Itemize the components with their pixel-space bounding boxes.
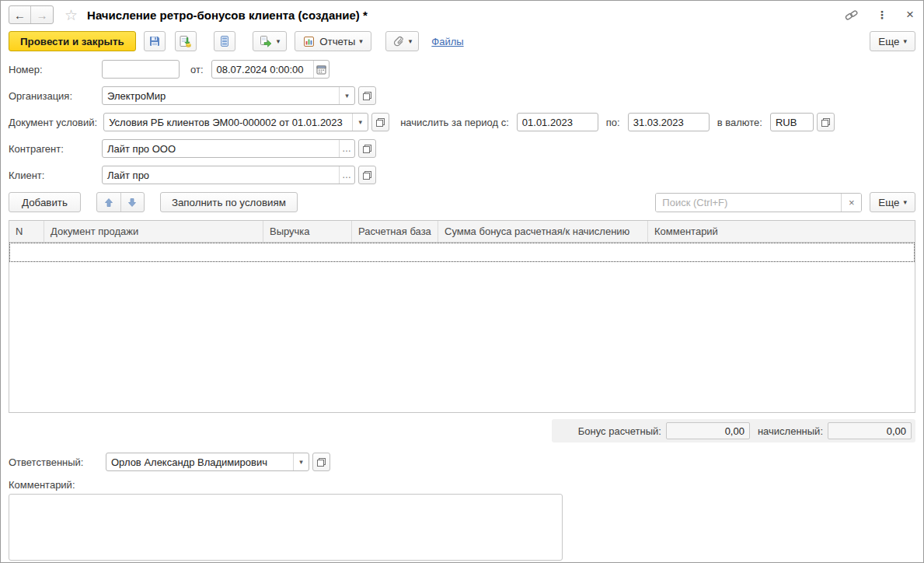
client-row: Клиент: Лайт про … bbox=[9, 166, 915, 184]
toolbar: Провести и закрыть ▾ От bbox=[1, 29, 923, 54]
client-value: Лайт про bbox=[103, 170, 339, 181]
terms-doc-field[interactable]: Условия РБ клиентов ЭМ00-000002 от 01.01… bbox=[103, 113, 368, 131]
link-icon[interactable] bbox=[845, 9, 858, 22]
form-more-button[interactable]: Еще ▾ bbox=[870, 31, 915, 51]
client-field[interactable]: Лайт про … bbox=[102, 166, 355, 184]
table-body[interactable] bbox=[9, 243, 915, 413]
move-down-button[interactable] bbox=[120, 193, 144, 212]
period-from-input[interactable] bbox=[517, 113, 598, 131]
back-button[interactable]: ← bbox=[9, 6, 31, 23]
counterparty-open-button[interactable] bbox=[358, 139, 376, 158]
organization-value: ЭлектроМир bbox=[103, 90, 339, 102]
choose-ellipsis-icon[interactable]: … bbox=[339, 166, 354, 184]
table-more-button[interactable]: Еще ▾ bbox=[870, 192, 915, 212]
date-value: 08.07.2024 0:00:00 bbox=[212, 64, 313, 75]
post-and-close-button[interactable]: Провести и закрыть bbox=[9, 31, 136, 51]
titlebar: ← → ☆ Начисление ретро-бонусов клиента (… bbox=[1, 1, 923, 29]
window-controls: ⋮ × bbox=[845, 7, 914, 23]
col-header-n[interactable]: N bbox=[9, 221, 44, 242]
move-up-button[interactable] bbox=[97, 193, 120, 212]
responsible-open-button[interactable] bbox=[312, 453, 330, 471]
date-label: от: bbox=[190, 64, 204, 75]
forward-icon: → bbox=[37, 9, 48, 21]
attachments-button[interactable]: ▾ bbox=[385, 31, 420, 51]
search-clear-icon[interactable]: × bbox=[841, 194, 861, 212]
reports-icon bbox=[303, 36, 315, 47]
kebab-menu-icon[interactable]: ⋮ bbox=[877, 9, 887, 21]
col-header-bonus-amount[interactable]: Сумма бонуса расчетная/к начислению bbox=[438, 221, 648, 242]
terms-doc-label: Документ условий: bbox=[9, 117, 97, 128]
favorite-star-icon[interactable]: ☆ bbox=[65, 6, 78, 24]
client-label: Клиент: bbox=[9, 170, 102, 181]
open-icon bbox=[363, 145, 371, 153]
col-header-revenue[interactable]: Выручка bbox=[263, 221, 352, 242]
counterparty-field[interactable]: Лайт про ООО … bbox=[102, 139, 355, 158]
date-field[interactable]: 08.07.2024 0:00:00 bbox=[211, 60, 330, 79]
add-row-button[interactable]: Добавить bbox=[9, 192, 81, 212]
period-to-input[interactable] bbox=[628, 113, 710, 131]
terms-doc-open-button[interactable] bbox=[371, 113, 389, 131]
open-icon bbox=[363, 92, 371, 100]
col-header-comment[interactable]: Комментарий bbox=[648, 221, 915, 242]
responsible-field[interactable]: Орлов Александр Владимирович ▾ bbox=[106, 453, 309, 471]
register-records-icon bbox=[219, 35, 230, 47]
create-based-on-button[interactable]: ▾ bbox=[253, 31, 288, 51]
table-row[interactable] bbox=[9, 243, 915, 262]
counterparty-label: Контрагент: bbox=[9, 143, 102, 155]
paperclip-icon bbox=[392, 35, 405, 47]
organization-open-button[interactable] bbox=[358, 86, 376, 105]
period-from-label: начислить за период с: bbox=[400, 117, 509, 128]
back-icon: ← bbox=[14, 9, 26, 21]
choose-ellipsis-icon[interactable]: … bbox=[339, 140, 354, 157]
fill-by-terms-button[interactable]: Заполнить по условиям bbox=[160, 192, 298, 212]
save-icon bbox=[148, 35, 161, 47]
responsible-value: Орлов Александр Владимирович bbox=[106, 456, 293, 468]
reports-label: Отчеты bbox=[319, 36, 355, 47]
create-based-on-icon bbox=[260, 35, 273, 47]
save-button[interactable] bbox=[144, 31, 166, 51]
dropdown-caret-icon: ▾ bbox=[903, 198, 907, 206]
totals-bar: Бонус расчетный: 0,00 начисленный: 0,00 bbox=[552, 419, 915, 442]
bonus-accrued-label: начисленный: bbox=[758, 425, 823, 437]
close-icon[interactable]: × bbox=[906, 7, 914, 23]
calendar-icon[interactable] bbox=[313, 61, 329, 78]
comment-label: Комментарий: bbox=[9, 479, 915, 491]
col-header-sales-doc[interactable]: Документ продажи bbox=[44, 221, 263, 242]
open-icon bbox=[317, 458, 326, 467]
register-records-button[interactable] bbox=[214, 31, 235, 51]
arrow-down-icon bbox=[127, 198, 137, 208]
page-title: Начисление ретро-бонусов клиента (создан… bbox=[87, 9, 368, 22]
move-row-group bbox=[96, 192, 145, 212]
currency-open-button[interactable] bbox=[817, 113, 835, 131]
table-header: N Документ продажи Выручка Расчетная баз… bbox=[9, 221, 915, 243]
comment-textarea[interactable] bbox=[9, 494, 563, 561]
dropdown-caret-icon[interactable]: ▾ bbox=[293, 453, 309, 470]
post-document-button[interactable] bbox=[175, 31, 197, 51]
reports-button[interactable]: Отчеты ▾ bbox=[295, 31, 371, 51]
more-label: Еще bbox=[878, 36, 899, 47]
number-label: Номер: bbox=[9, 64, 102, 75]
open-icon bbox=[821, 118, 830, 127]
period-to-label: по: bbox=[606, 117, 620, 128]
files-link[interactable]: Файлы bbox=[431, 36, 463, 47]
dropdown-caret-icon[interactable]: ▾ bbox=[352, 114, 368, 131]
dropdown-caret-icon: ▾ bbox=[409, 37, 413, 45]
more-label: Еще bbox=[878, 197, 899, 208]
organization-row: Организация: ЭлектроМир ▾ bbox=[9, 86, 915, 105]
bottom-area: Ответственный: Орлов Александр Владимиро… bbox=[1, 442, 923, 563]
currency-input[interactable] bbox=[770, 113, 814, 131]
post-document-icon bbox=[179, 35, 192, 48]
responsible-label: Ответственный: bbox=[9, 456, 106, 468]
search-input[interactable] bbox=[656, 194, 841, 212]
col-header-calc-base[interactable]: Расчетная база bbox=[352, 221, 438, 242]
client-open-button[interactable] bbox=[358, 166, 376, 184]
form-area: Номер: от: 08.07.2024 0:00:00 Организаци… bbox=[1, 54, 923, 184]
organization-field[interactable]: ЭлектроМир ▾ bbox=[102, 86, 355, 105]
open-icon bbox=[376, 118, 385, 127]
dropdown-caret-icon[interactable]: ▾ bbox=[339, 87, 354, 104]
forward-button[interactable]: → bbox=[31, 6, 53, 23]
arrow-up-icon bbox=[104, 198, 113, 208]
number-input[interactable] bbox=[102, 60, 180, 79]
search-group: × bbox=[655, 193, 862, 212]
number-row: Номер: от: 08.07.2024 0:00:00 bbox=[9, 60, 915, 79]
